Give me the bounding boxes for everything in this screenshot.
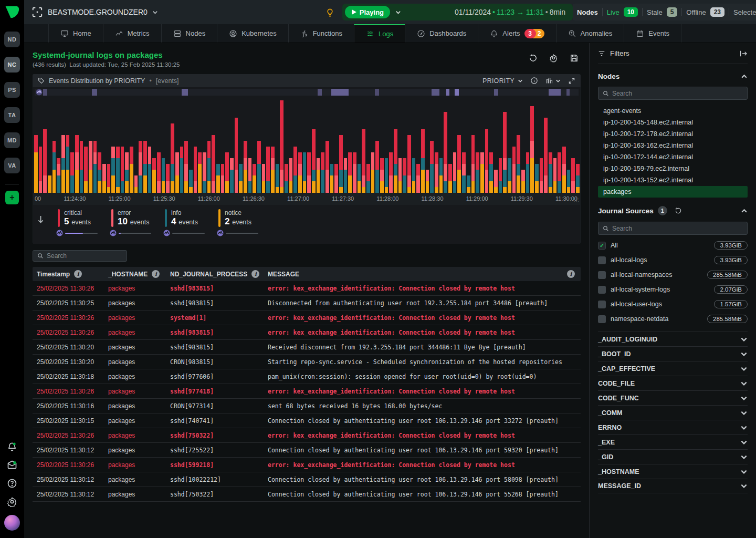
- stacked-bar[interactable]: [244, 141, 247, 193]
- stacked-bar[interactable]: [571, 158, 575, 193]
- col-process[interactable]: ND_JOURNAL_PROCESS: [170, 271, 247, 278]
- stacked-bar[interactable]: [116, 147, 120, 193]
- space-button-nd[interactable]: ND: [4, 32, 20, 47]
- stacked-bar[interactable]: [471, 135, 475, 193]
- field-filter-code_file[interactable]: CODE_FILE: [598, 376, 748, 390]
- user-avatar[interactable]: [4, 515, 20, 531]
- playing-chevron-icon[interactable]: [395, 9, 401, 15]
- stacked-bar[interactable]: [175, 152, 179, 193]
- legend-item-notice[interactable]: notice2 events: [218, 209, 258, 236]
- hostname-info-icon[interactable]: i: [152, 270, 160, 278]
- stacked-bar[interactable]: [307, 152, 311, 193]
- stacked-bar[interactable]: [130, 147, 133, 193]
- space-button-nc[interactable]: NC: [4, 57, 20, 73]
- stacked-bar[interactable]: [462, 152, 466, 193]
- stacked-bar[interactable]: [576, 164, 580, 193]
- journal-source-all-local-user-logs[interactable]: all-local-user-logs1.57GiB: [598, 297, 748, 312]
- stacked-bar[interactable]: [549, 152, 552, 193]
- stacked-bar[interactable]: [162, 158, 165, 193]
- offline-count-badge[interactable]: 23: [710, 7, 724, 17]
- field-filter-_comm[interactable]: _COMM: [598, 405, 748, 420]
- log-row[interactable]: 25/02/2025 11:30:20packagesCRON[983815]S…: [33, 355, 581, 369]
- stacked-bar[interactable]: [262, 164, 266, 193]
- log-row[interactable]: 25/02/2025 11:30:26packagessshd[983815]e…: [33, 281, 581, 296]
- stacked-bar[interactable]: [476, 152, 479, 193]
- stacked-bar[interactable]: [207, 141, 211, 193]
- stacked-bar[interactable]: [293, 147, 297, 193]
- stacked-bar[interactable]: [276, 164, 279, 193]
- field-filter-_exe[interactable]: _EXE: [598, 434, 748, 449]
- stacked-bar[interactable]: [52, 141, 56, 193]
- log-row[interactable]: 25/02/2025 11:30:16packagesCRON[977314]s…: [33, 399, 581, 413]
- stacked-bar[interactable]: [512, 147, 516, 193]
- stacked-bar[interactable]: [530, 106, 534, 193]
- group-by-dropdown[interactable]: PRIORITY: [482, 77, 523, 85]
- log-row[interactable]: 25/02/2025 11:30:26packagessshd[599218]e…: [33, 458, 581, 472]
- stacked-bar[interactable]: [312, 129, 316, 193]
- stacked-bar[interactable]: [230, 158, 234, 193]
- node-item-ip-10-200-159-79.ec2.internal[interactable]: ip-10-200-159-79.ec2.internal: [598, 163, 748, 174]
- stacked-bar[interactable]: [508, 158, 511, 193]
- stacked-bar[interactable]: [426, 170, 429, 193]
- stacked-bar[interactable]: [444, 112, 447, 193]
- stacked-bar[interactable]: [253, 164, 256, 193]
- stacked-bar[interactable]: [102, 164, 106, 193]
- critical-alerts-badge[interactable]: 3: [524, 29, 536, 38]
- checkbox-icon[interactable]: [598, 286, 606, 294]
- legend-item-error[interactable]: error10 events: [111, 209, 151, 236]
- stacked-bar[interactable]: [157, 152, 161, 193]
- stacked-bar[interactable]: [407, 135, 411, 193]
- stacked-bar[interactable]: [289, 158, 293, 193]
- checkbox-icon[interactable]: [598, 256, 606, 264]
- stacked-bar[interactable]: [48, 175, 51, 193]
- stacked-bar[interactable]: [494, 170, 498, 193]
- tab-anomalies[interactable]: Anomalies: [556, 24, 625, 43]
- journal-sources-search[interactable]: [598, 222, 748, 235]
- stacked-bar[interactable]: [43, 129, 47, 193]
- stacked-bar[interactable]: [321, 152, 324, 193]
- stacked-bar[interactable]: [553, 158, 557, 193]
- log-row[interactable]: 25/02/2025 11:30:12packagessshd[10022212…: [33, 472, 581, 487]
- stacked-bar[interactable]: [358, 164, 361, 193]
- field-filter-_hostname[interactable]: _HOSTNAME: [598, 464, 748, 479]
- field-filter-_cap_effective[interactable]: _CAP_EFFECTIVE: [598, 361, 748, 376]
- stacked-bar[interactable]: [544, 118, 548, 193]
- space-button-ps[interactable]: PS: [4, 82, 20, 98]
- stacked-bar[interactable]: [526, 152, 530, 193]
- expand-icon[interactable]: [568, 77, 575, 85]
- stacked-bar[interactable]: [330, 164, 334, 193]
- legend-item-info[interactable]: info4 events: [165, 209, 205, 236]
- tab-functions[interactable]: Functions: [288, 24, 354, 43]
- stacked-bar[interactable]: [80, 141, 83, 193]
- log-row[interactable]: 25/02/2025 11:30:20packagessshd[983815]R…: [33, 340, 581, 355]
- stacked-bar[interactable]: [298, 152, 302, 193]
- stacked-bar[interactable]: [134, 175, 138, 193]
- stacked-bar[interactable]: [198, 152, 202, 193]
- stacked-bar[interactable]: [540, 158, 543, 193]
- node-item-ip-10-200-172-144.ec2.internal[interactable]: ip-10-200-172-144.ec2.internal: [598, 151, 748, 163]
- stacked-bar[interactable]: [517, 135, 520, 193]
- stacked-bar[interactable]: [84, 147, 88, 193]
- stacked-bar[interactable]: [98, 152, 101, 193]
- log-row[interactable]: 25/02/2025 11:30:12packagessshd[725522]C…: [33, 443, 581, 458]
- field-filter-errno[interactable]: ERRNO: [598, 420, 748, 434]
- log-row[interactable]: 25/02/2025 11:30:26packagessshd[983815]e…: [33, 325, 581, 340]
- stacked-bar[interactable]: [457, 135, 461, 193]
- journal-sources-header[interactable]: Journal Sources 1: [598, 206, 748, 215]
- stacked-bar[interactable]: [389, 152, 393, 193]
- stacked-bar[interactable]: [439, 158, 443, 193]
- journal-sources-search-input[interactable]: [612, 225, 743, 232]
- stacked-bar[interactable]: [430, 141, 434, 193]
- stacked-bar[interactable]: [280, 100, 284, 193]
- tab-logs[interactable]: Logs: [354, 24, 405, 43]
- live-count-badge[interactable]: 10: [624, 7, 638, 17]
- table-info-icon[interactable]: i: [567, 270, 575, 278]
- stacked-bar[interactable]: [148, 147, 152, 193]
- journal-source-all-local-namespaces[interactable]: all-local-namespaces285.58MiB: [598, 267, 748, 282]
- stacked-bar[interactable]: [339, 135, 343, 193]
- field-filter-message_id[interactable]: MESSAGE_ID: [598, 479, 748, 493]
- log-row[interactable]: 25/02/2025 11:30:26packagessshd[977418]e…: [33, 384, 581, 399]
- process-info-icon[interactable]: i: [251, 270, 259, 278]
- netdata-logo[interactable]: [0, 0, 24, 24]
- journal-source-all-local-logs[interactable]: all-local-logs3.93GiB: [598, 253, 748, 267]
